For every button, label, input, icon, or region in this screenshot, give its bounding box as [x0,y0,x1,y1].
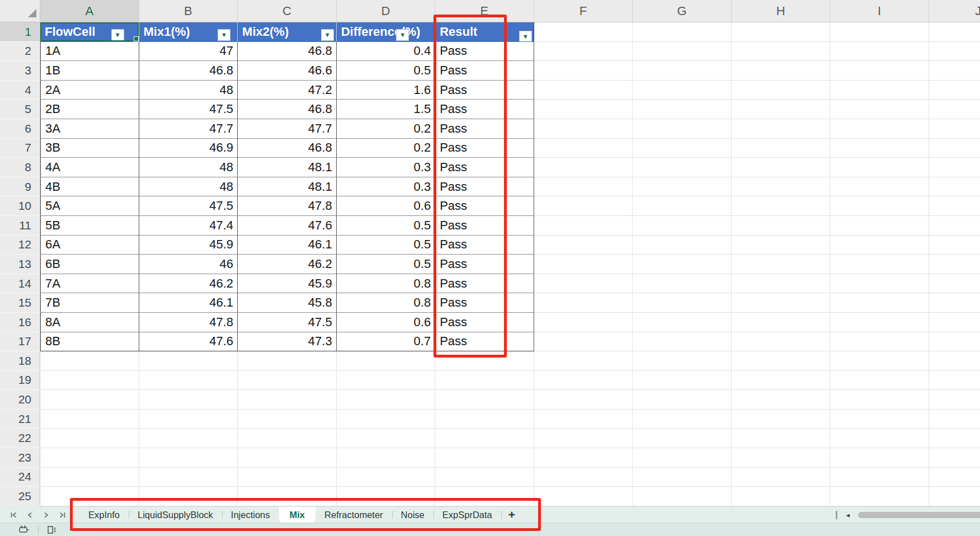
cell-A20[interactable] [40,390,139,410]
cell-C13[interactable]: 46.2 [238,255,337,274]
cell-F12[interactable] [534,236,633,255]
cell-B11[interactable]: 47.4 [139,216,238,236]
cell-F6[interactable] [534,119,633,139]
scroll-left-icon[interactable]: ◂ [846,511,850,519]
sheet-tab-expsprdata[interactable]: ExpSprData [434,507,501,523]
cell-A18[interactable] [40,351,139,371]
row-number-16[interactable]: 16 [0,313,40,332]
cell-J23[interactable] [929,448,980,468]
cell-F8[interactable] [534,158,633,177]
cell-J12[interactable] [929,236,980,255]
cell-H9[interactable] [732,177,831,197]
cell-G8[interactable] [633,158,732,177]
cell-E10[interactable]: Pass [435,196,534,216]
cell-A12[interactable]: 6A [40,236,139,255]
cell-I6[interactable] [830,119,929,139]
cell-C17[interactable]: 47.3 [238,332,337,352]
cell-I16[interactable] [830,313,929,332]
cell-I10[interactable] [830,196,929,216]
cell-B4[interactable]: 48 [139,81,238,100]
cell-J5[interactable] [929,100,980,119]
cell-H24[interactable] [732,468,831,487]
cell-E2[interactable]: Pass [435,42,534,62]
cell-F4[interactable] [534,81,633,100]
cell-J11[interactable] [929,216,980,236]
cell-H13[interactable] [732,255,831,274]
row-number-11[interactable]: 11 [0,216,40,236]
cell-F22[interactable] [534,429,633,448]
cell-H2[interactable] [732,42,831,62]
cell-E9[interactable]: Pass [435,177,534,197]
row-number-20[interactable]: 20 [0,390,40,410]
cell-J15[interactable] [929,293,980,313]
accessibility-checker-icon[interactable] [47,525,56,534]
cell-F23[interactable] [534,448,633,468]
cell-I18[interactable] [830,351,929,371]
cell-J18[interactable] [929,351,980,371]
row-number-15[interactable]: 15 [0,293,40,313]
cell-A22[interactable] [40,429,139,448]
cell-F11[interactable] [534,216,633,236]
next-sheet-button[interactable] [43,511,50,519]
cell-F14[interactable] [534,274,633,294]
cell-C5[interactable]: 46.8 [238,100,337,119]
cell-D6[interactable]: 0.2 [337,119,436,139]
cell-C14[interactable]: 45.9 [238,274,337,294]
cell-D20[interactable] [337,390,436,410]
cell-A23[interactable] [40,448,139,468]
filter-button-C[interactable]: ▾ [321,29,334,41]
cell-D13[interactable]: 0.5 [337,255,436,274]
cell-E23[interactable] [435,448,534,468]
cell-E21[interactable] [435,410,534,429]
cell-B17[interactable]: 47.6 [139,332,238,352]
cell-J22[interactable] [929,429,980,448]
cell-B3[interactable]: 46.8 [139,61,238,81]
row-number-24[interactable]: 24 [0,468,40,487]
cell-G21[interactable] [633,410,732,429]
cell-J24[interactable] [929,468,980,487]
sheet-tab-injections[interactable]: Injections [222,507,279,523]
cell-C11[interactable]: 47.6 [238,216,337,236]
cell-B25[interactable] [139,487,238,506]
cell-E20[interactable] [435,390,534,410]
cell-H1[interactable] [732,22,831,42]
cell-H14[interactable] [732,274,831,294]
cell-B20[interactable] [139,390,238,410]
cell-A4[interactable]: 2A [40,81,139,100]
tab-splitter-handle[interactable] [836,511,837,519]
cell-I15[interactable] [830,293,929,313]
cell-E7[interactable]: Pass [435,139,534,158]
cell-C15[interactable]: 45.8 [238,293,337,313]
row-number-19[interactable]: 19 [0,371,40,391]
cell-E22[interactable] [435,429,534,448]
cell-F3[interactable] [534,61,633,81]
filter-button-A[interactable]: ▾ [111,29,124,41]
cell-C4[interactable]: 47.2 [238,81,337,100]
cell-A3[interactable]: 1B [40,61,139,81]
cell-E19[interactable] [435,371,534,391]
cell-F1[interactable] [534,22,633,42]
cell-F24[interactable] [534,468,633,487]
cell-H25[interactable] [732,487,831,506]
cell-G18[interactable] [633,351,732,371]
sheet-tab-mix[interactable]: Mix [279,507,316,523]
cell-B14[interactable]: 46.2 [139,274,238,294]
cell-H15[interactable] [732,293,831,313]
column-header-E[interactable]: E [435,0,534,22]
sheet-tab-noise[interactable]: Noise [392,507,434,523]
cell-I24[interactable] [830,468,929,487]
column-header-I[interactable]: I [830,0,929,22]
cell-A25[interactable] [40,487,139,506]
cell-A11[interactable]: 5B [40,216,139,236]
cell-C9[interactable]: 48.1 [238,177,337,197]
cell-J4[interactable] [929,81,980,100]
cell-G22[interactable] [633,429,732,448]
cell-A6[interactable]: 3A [40,119,139,139]
cell-E3[interactable]: Pass [435,61,534,81]
add-sheet-button[interactable]: + [502,507,522,523]
cell-I9[interactable] [830,177,929,197]
filter-button-D[interactable]: ▾ [396,29,409,41]
cell-I4[interactable] [830,81,929,100]
row-number-8[interactable]: 8 [0,158,40,177]
row-number-4[interactable]: 4 [0,81,40,100]
